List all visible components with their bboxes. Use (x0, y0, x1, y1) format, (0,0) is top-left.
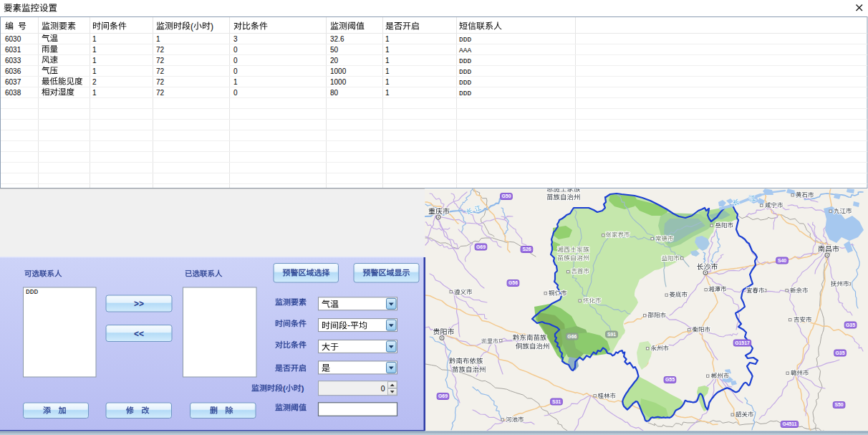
svg-text:1: 1 (92, 46, 97, 54)
svg-text:1: 1 (92, 35, 97, 43)
svg-text:G1517: G1517 (735, 340, 750, 345)
svg-text:72: 72 (156, 46, 165, 54)
svg-text:(: ( (191, 21, 193, 32)
svg-text:0: 0 (233, 57, 238, 64)
svg-text:<<: << (134, 329, 144, 339)
svg-text:6033: 6033 (5, 57, 21, 64)
svg-text:0: 0 (233, 89, 238, 97)
svg-text:G55: G55 (665, 377, 675, 382)
svg-text:G69: G69 (438, 393, 448, 398)
svg-text:S91: S91 (607, 332, 616, 337)
svg-text:0: 0 (233, 67, 238, 75)
svg-text:DDD: DDD (459, 90, 471, 97)
svg-text:1: 1 (92, 89, 97, 97)
svg-text:DDD: DDD (459, 57, 471, 65)
svg-text:G56: G56 (508, 280, 518, 285)
svg-text:32.6: 32.6 (330, 35, 344, 43)
svg-text:6030: 6030 (5, 35, 21, 43)
svg-text:S26: S26 (522, 247, 531, 252)
svg-text:>>: >> (134, 299, 144, 309)
svg-text:1: 1 (233, 78, 238, 86)
svg-text:0: 0 (381, 384, 385, 393)
svg-text:S31: S31 (552, 399, 561, 404)
svg-text:DDD: DDD (459, 68, 471, 76)
svg-text:AAA: AAA (459, 47, 471, 54)
svg-text:): ) (302, 384, 304, 393)
svg-text:1: 1 (385, 57, 390, 64)
svg-text:80: 80 (330, 89, 339, 97)
svg-text:72: 72 (156, 57, 165, 64)
svg-text:0: 0 (233, 46, 238, 54)
svg-text:DDD: DDD (459, 36, 471, 44)
svg-text:G50: G50 (502, 193, 511, 199)
svg-text:6037: 6037 (5, 78, 21, 86)
svg-text:6038: 6038 (5, 89, 21, 97)
svg-text:6031: 6031 (5, 46, 21, 54)
svg-text:50: 50 (330, 46, 339, 54)
svg-text:6036: 6036 (5, 67, 21, 75)
svg-text:72: 72 (156, 89, 165, 97)
svg-text:1000: 1000 (330, 78, 347, 86)
svg-text:G4511: G4511 (782, 421, 796, 426)
svg-text:1: 1 (385, 78, 390, 86)
svg-text:-: - (347, 320, 350, 330)
svg-text:1: 1 (385, 46, 390, 54)
svg-text:20: 20 (330, 57, 339, 64)
svg-text:1: 1 (385, 35, 390, 43)
svg-text:G35: G35 (836, 350, 845, 355)
svg-text:1: 1 (385, 67, 390, 75)
svg-text:1: 1 (92, 57, 97, 64)
svg-text:DDD: DDD (26, 288, 38, 296)
svg-text:DDD: DDD (459, 79, 471, 87)
svg-text:): ) (211, 21, 213, 32)
svg-text:3: 3 (233, 35, 238, 43)
svg-text:(: ( (283, 384, 286, 393)
svg-text:72: 72 (156, 67, 165, 75)
svg-text:G66: G66 (567, 334, 577, 339)
svg-text:1: 1 (385, 89, 390, 97)
svg-text:S40: S40 (778, 258, 786, 263)
svg-text:1: 1 (156, 35, 160, 43)
svg-text:2: 2 (92, 78, 97, 86)
svg-text:S50: S50 (834, 402, 843, 407)
svg-text:1000: 1000 (330, 67, 347, 75)
svg-text:G35: G35 (846, 322, 855, 328)
svg-text:G69: G69 (476, 244, 486, 249)
svg-text:1: 1 (92, 67, 97, 75)
svg-text:72: 72 (156, 78, 165, 86)
